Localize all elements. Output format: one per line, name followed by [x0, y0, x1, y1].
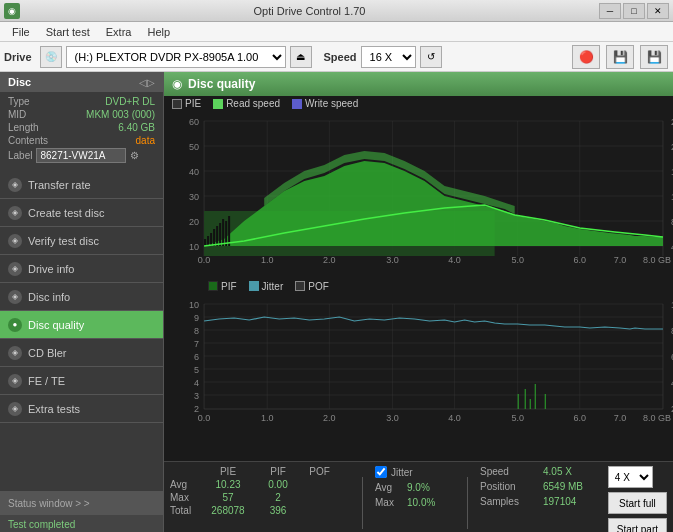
svg-text:5: 5 [194, 365, 199, 375]
pie-legend-dot [172, 99, 182, 109]
jitter-label: Jitter [391, 467, 413, 478]
pof-legend-dot [295, 281, 305, 291]
svg-rect-42 [213, 229, 215, 246]
position-key: Position [480, 481, 535, 492]
burn-button[interactable]: 💾 [606, 45, 634, 69]
svg-text:4: 4 [194, 378, 199, 388]
samples-value: 197104 [543, 496, 576, 507]
sidebar-item-create-test-disc[interactable]: ◈ Create test disc [0, 199, 163, 227]
eject-button[interactable]: ⏏ [290, 46, 312, 68]
svg-text:6.0: 6.0 [574, 413, 587, 423]
save-button[interactable]: 💾 [640, 45, 668, 69]
length-value: 6.40 GB [118, 122, 155, 133]
svg-text:40: 40 [189, 167, 199, 177]
type-value: DVD+R DL [105, 96, 155, 107]
svg-text:8.0 GB: 8.0 GB [643, 255, 671, 265]
sidebar-item-drive-info[interactable]: ◈ Drive info [0, 255, 163, 283]
svg-text:0.0: 0.0 [198, 255, 211, 265]
extra-tests-label: Extra tests [28, 403, 80, 415]
sidebar-item-transfer-rate[interactable]: ◈ Transfer rate [0, 171, 163, 199]
jitter-max-val: 10.0% [407, 497, 435, 508]
sidebar-item-extra-tests[interactable]: ◈ Extra tests [0, 395, 163, 423]
menu-extra[interactable]: Extra [98, 24, 140, 40]
sidebar-item-disc-quality[interactable]: ● Disc quality [0, 311, 163, 339]
max-label: Max [170, 492, 198, 503]
speed-value: 4.05 X [543, 466, 572, 477]
close-button[interactable]: ✕ [647, 3, 669, 19]
svg-rect-89 [518, 394, 519, 409]
svg-text:9: 9 [194, 313, 199, 323]
maximize-button[interactable]: □ [623, 3, 645, 19]
write-speed-legend-dot [292, 99, 302, 109]
jitter-checkbox[interactable] [375, 466, 387, 478]
speed-label: Speed [324, 51, 357, 63]
jitter-legend: Jitter [249, 281, 284, 292]
avg-pif: 0.00 [258, 479, 298, 490]
content-header: ◉ Disc quality [164, 72, 673, 96]
position-value: 6549 MB [543, 481, 583, 492]
test-speed-select[interactable]: 4 X [608, 466, 653, 488]
sidebar: Disc ◁▷ Type DVD+R DL MID MKM 003 (000) … [0, 72, 164, 532]
svg-rect-44 [219, 223, 221, 246]
refresh-button[interactable]: ↺ [420, 46, 442, 68]
svg-rect-46 [225, 221, 227, 246]
svg-rect-47 [228, 216, 230, 246]
drive-info-icon: ◈ [8, 262, 22, 276]
speed-select[interactable]: 16 X [361, 46, 416, 68]
disc-quality-label: Disc quality [28, 319, 84, 331]
disc-info-panel: Type DVD+R DL MID MKM 003 (000) Length 6… [0, 92, 163, 171]
svg-text:30: 30 [189, 192, 199, 202]
pie-chart-svg: 60 50 40 30 20 10 24 X 20 X 16 X 12 X 8 … [164, 111, 673, 266]
sidebar-item-verify-test-disc[interactable]: ◈ Verify test disc [0, 227, 163, 255]
menu-start-test[interactable]: Start test [38, 24, 98, 40]
pie-legend-text: PIE [185, 98, 201, 109]
jitter-legend-dot [249, 281, 259, 291]
svg-text:10: 10 [189, 300, 199, 310]
disc-info-icon: ◈ [8, 290, 22, 304]
sidebar-item-fe-te[interactable]: ◈ FE / TE [0, 367, 163, 395]
jitter-avg-label: Avg [375, 482, 403, 493]
sidebar-item-disc-info[interactable]: ◈ Disc info [0, 283, 163, 311]
drive-info-label: Drive info [28, 263, 74, 275]
svg-text:1.0: 1.0 [261, 255, 274, 265]
menu-help[interactable]: Help [139, 24, 178, 40]
drive-bar: Drive 💿 (H:) PLEXTOR DVDR PX-8905A 1.00 … [0, 42, 673, 72]
disc-arrow-icon: ◁▷ [139, 77, 155, 88]
jitter-stats: Jitter Avg 9.0% Max 10.0% [375, 466, 455, 508]
svg-rect-39 [204, 239, 206, 246]
app-title: Opti Drive Control 1.70 [20, 5, 599, 17]
drive-label: Drive [4, 51, 32, 63]
stats-header-row: PIE PIF POF [202, 466, 350, 477]
drive-select[interactable]: (H:) PLEXTOR DVDR PX-8905A 1.00 [66, 46, 286, 68]
stats-separator-1 [362, 477, 363, 529]
start-full-button[interactable]: Start full [608, 492, 667, 514]
pie-chart-wrapper: 60 50 40 30 20 10 24 X 20 X 16 X 12 X 8 … [164, 111, 673, 279]
speed-stats: Speed 4.05 X Position 6549 MB Samples 19… [480, 466, 583, 507]
read-speed-legend-dot [213, 99, 223, 109]
svg-rect-45 [222, 219, 224, 246]
create-test-disc-label: Create test disc [28, 207, 104, 219]
sidebar-item-cd-bler[interactable]: ◈ CD Bler [0, 339, 163, 367]
svg-rect-92 [535, 384, 536, 409]
menu-file[interactable]: File [4, 24, 38, 40]
svg-rect-93 [545, 394, 546, 409]
max-pif: 2 [258, 492, 298, 503]
svg-rect-41 [210, 233, 212, 246]
erase-button[interactable]: 🔴 [572, 45, 600, 69]
speed-key: Speed [480, 466, 535, 477]
svg-rect-90 [525, 389, 526, 409]
main-layout: Disc ◁▷ Type DVD+R DL MID MKM 003 (000) … [0, 72, 673, 532]
pie-legend: PIE [172, 98, 201, 109]
pof-col-header: POF [302, 466, 337, 477]
avg-label: Avg [170, 479, 198, 490]
label-edit-icon[interactable]: ⚙ [130, 150, 139, 161]
svg-text:6: 6 [194, 352, 199, 362]
pif-legend-dot [208, 281, 218, 291]
start-part-button[interactable]: Start part [608, 518, 667, 532]
fe-te-label: FE / TE [28, 375, 65, 387]
status-window-button[interactable]: Status window > > [0, 491, 163, 515]
minimize-button[interactable]: ─ [599, 3, 621, 19]
label-input[interactable] [36, 148, 126, 163]
verify-test-disc-icon: ◈ [8, 234, 22, 248]
svg-rect-91 [530, 399, 531, 409]
